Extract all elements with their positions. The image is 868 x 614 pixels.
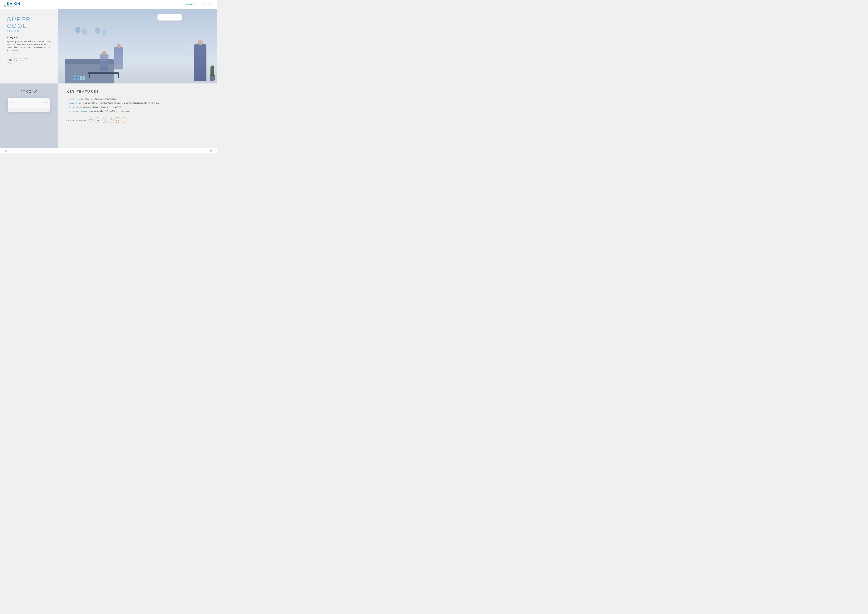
bottom-left-panel: FTKQ-W DAIKIN Smart Eye: [0, 84, 58, 148]
ac-vent-1: [11, 110, 14, 110]
right-hero-panel: [58, 9, 217, 84]
feature-4-desc: : แผ่นกรองฝุ่นละเอียด ยับยั้งแบคทีเรีย แ…: [88, 110, 130, 112]
feat-icon-check: [121, 117, 127, 123]
table-leg-left: [89, 73, 90, 78]
feat-icon-pro: PRO: [115, 117, 120, 123]
ac-product-top: DAIKIN: [8, 98, 50, 108]
perfecting-cool-badge: PERFECTING COOL: [7, 56, 52, 64]
perfecting-label: PERFECTING: [17, 58, 29, 59]
balloon-4: [95, 28, 101, 34]
page-footer: 36 37: [0, 148, 217, 154]
person-standing: [194, 44, 206, 81]
ac-vent-2: [14, 110, 17, 110]
ac-product-logo: DAIKIN: [11, 102, 15, 104]
feature-1-text: COANDA PANEL : ส่งลมเย็นไกลเรี่ยเพดาน กร…: [69, 98, 117, 101]
ac-vent-3: [18, 110, 21, 110]
ac-model-text: Smart Eye: [43, 109, 47, 110]
model-heading: FTKQ – W: [7, 36, 52, 39]
hero-scene: [58, 9, 217, 84]
feature-4-text: AIR QUALITY FILTER : แผ่นกรองฝุ่นละเอียด…: [69, 110, 130, 113]
feature-item-4: AIR QUALITY FILTER : แผ่นกรองฝุ่นละเอียด…: [67, 110, 210, 113]
balloon-2: [82, 28, 87, 35]
feat-icon-wifi: [88, 117, 94, 123]
daikin-logo: DAIKIN Perfecting the Air: [3, 2, 20, 7]
feature-icons-row: R32: [88, 117, 127, 123]
feature-item-3: SUPER PCB : แผงวงจรกนทานพิเศษ กนไฟตกกระช…: [67, 105, 210, 109]
feature-3-key: SUPER PCB: [69, 106, 80, 108]
plant-decoration: [209, 64, 215, 81]
super-cool-title: SUPER COOL: [7, 16, 52, 29]
ac-control-display: [46, 102, 48, 104]
ac-product-illustration: DAIKIN Smart Eye: [8, 98, 50, 112]
series-cool: COOL: [195, 3, 202, 6]
series-super: SUPER: [186, 3, 195, 6]
daikin-text: DAIKIN: [7, 2, 20, 6]
svg-rect-1: [11, 59, 11, 60]
feature-3-text: SUPER PCB : แผงวงจรกนทานพิเศษ กนไฟตกกระช…: [69, 105, 121, 109]
series-label: SERIES ©: [202, 4, 214, 6]
left-top-section: SUPER COOL SERIES FTKQ – W สบูกได้ทุกมุม…: [0, 9, 58, 84]
balloon-5: [102, 29, 107, 36]
feature-2-text: MOLD PROOF : เป่าลมโล่กวายขึ้นภายในตัวเค…: [69, 101, 160, 104]
table-leg-right: [118, 73, 119, 78]
perfecting-cool-text: PERFECTING COOL: [17, 58, 29, 61]
main-content: SUPER COOL SERIES FTKQ – W สบูกได้ทุกมุม…: [0, 9, 217, 84]
series-subtitle: SERIES: [7, 30, 52, 33]
svg-marker-0: [3, 2, 7, 6]
feat-icon-leaf: [108, 117, 114, 123]
product-title: FTKQ-W: [20, 90, 37, 94]
top-header: DAIKIN Perfecting the Air SUPERCOOL SERI…: [0, 0, 217, 9]
page-num-left: 36: [5, 150, 7, 152]
house-icon-circle: [7, 56, 15, 64]
feature-item-2: MOLD PROOF : เป่าลมโล่กวายขึ้นภายในตัวเค…: [67, 101, 210, 105]
feature-3-desc: : แผงวงจรกนทานพิเศษ กนไฟตกกระชากสูงสุด 4…: [80, 106, 121, 108]
airflow-svg: [145, 19, 201, 50]
ac-product-bottom: Smart Eye: [8, 108, 50, 112]
model-description: สบูกได้ทุกมุมห้อง สัมผัสสบายเย็นทั่วทุกไ…: [7, 40, 52, 52]
balloon-3: [88, 26, 94, 33]
ac-control-btn-2: [44, 102, 45, 104]
ac-vent-5: [25, 110, 28, 110]
gift-box-1: [73, 75, 79, 80]
person-sitting: [114, 47, 123, 70]
ac-control-btn-1: [42, 102, 43, 104]
left-panel: SUPER COOL SERIES FTKQ – W สบูกได้ทุกมุม…: [0, 9, 58, 84]
cool-label: COOL: [17, 59, 29, 61]
feature-2-desc: : เป่าลมโล่กวายขึ้นภายในตัวเครื่องหลังจา…: [82, 102, 160, 104]
person-sitting-2: [100, 54, 108, 71]
feature-4-key: AIR QUALITY FILTER: [69, 110, 88, 112]
bottom-right-panel: KEY FEATURES COANDA PANEL : ส่งลมเย็นไกล…: [58, 84, 217, 148]
ac-vents: [11, 110, 28, 110]
gift-box-2: [80, 76, 85, 80]
balloons-decoration: [75, 26, 107, 36]
header-series-title: SUPERCOOL SERIES ©: [186, 3, 214, 6]
pro-label: PRO: [116, 119, 119, 121]
feature-1-key: COANDA PANEL: [69, 98, 84, 100]
r32-label: R32: [96, 119, 99, 121]
coffee-table: [87, 73, 119, 74]
perfect-features-row: PERFECT FEATURES R32: [67, 117, 210, 123]
key-features-title: KEY FEATURES: [67, 90, 210, 94]
svg-point-2: [91, 121, 91, 121]
feature-1-desc: : ส่งลมเย็นไกลเรี่ยเพดาน กระจายทั่วทุกมุ…: [84, 98, 117, 100]
feature-item-1: COANDA PANEL : ส่งลมเย็นไกลเรี่ยเพดาน กร…: [67, 98, 210, 101]
page-num-right: 37: [210, 150, 212, 152]
house-icon: [9, 57, 12, 62]
balloon-1: [75, 26, 81, 33]
ac-product-controls: [42, 102, 48, 104]
daikin-logo-icon: [3, 2, 7, 6]
logo-area: DAIKIN Perfecting the Air: [0, 0, 28, 9]
feat-icon-r32: R32: [95, 117, 101, 123]
features-list: COANDA PANEL : ส่งลมเย็นไกลเรี่ยเพดาน กร…: [67, 98, 210, 113]
perfecting-tagline: Perfecting the Air: [3, 6, 20, 7]
bottom-content: FTKQ-W DAIKIN Smart Eye: [0, 84, 217, 148]
feature-2-key: MOLD PROOF: [69, 102, 81, 104]
perfect-features-label: PERFECT FEATURES: [67, 119, 87, 121]
ac-vent-4: [22, 110, 25, 110]
feat-icon-snowflake: [101, 117, 107, 123]
